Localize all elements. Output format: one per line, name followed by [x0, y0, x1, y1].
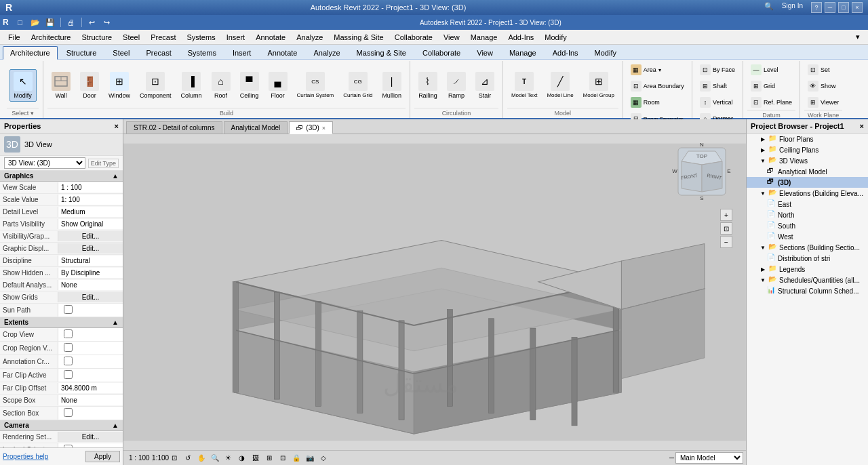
area-boundary-btn[interactable]: ⊡ Area Boundary: [627, 79, 688, 94]
menu-view[interactable]: View: [438, 30, 465, 45]
properties-close-btn[interactable]: ×: [115, 122, 119, 130]
ceiling-btn[interactable]: ▀ Ceiling: [236, 69, 263, 102]
spin-btn[interactable]: ↺: [182, 452, 194, 464]
modify-btn[interactable]: ↖ Modify: [9, 69, 37, 102]
redo-btn[interactable]: ↪: [101, 16, 113, 28]
expand-icon[interactable]: ▶: [759, 135, 767, 143]
component-btn[interactable]: ⊡ Component: [136, 69, 176, 102]
tab-modify[interactable]: Modify: [587, 46, 624, 59]
menu-architecture[interactable]: Architecture: [26, 30, 77, 45]
tree-item-north[interactable]: 📄 North: [747, 209, 868, 220]
menu-precast[interactable]: Precast: [145, 30, 181, 45]
by-face-btn[interactable]: ⊡ By Face: [696, 62, 738, 77]
roof-btn[interactable]: ⌂ Roof: [208, 69, 235, 102]
tab-collaborate[interactable]: Collaborate: [415, 46, 468, 59]
save-btn[interactable]: 💾: [44, 16, 56, 28]
show-hidden-value[interactable]: By Discipline: [58, 268, 123, 278]
shaft-btn[interactable]: ⊞ Shaft: [696, 79, 730, 94]
extents-section-header[interactable]: Extents ▲: [0, 317, 123, 328]
properties-help-link[interactable]: Properties help: [3, 453, 48, 460]
stair-btn[interactable]: ⊿ Stair: [471, 69, 498, 102]
show-btn[interactable]: 👁 Show: [804, 79, 840, 94]
camera-btn[interactable]: 📷: [304, 452, 316, 464]
tab-structure[interactable]: Structure: [59, 46, 104, 59]
parts-visibility-value[interactable]: Show Original: [58, 219, 123, 229]
tab-str02[interactable]: STR.02 - Detail of columns: [126, 121, 222, 134]
expand-icon[interactable]: ▼: [759, 243, 767, 251]
area-btn[interactable]: ▦ Area ▾: [627, 62, 665, 77]
menu-modify[interactable]: Modify: [539, 30, 572, 45]
far-clip-offset-value[interactable]: 304.8000 m: [58, 383, 123, 393]
sign-in-btn[interactable]: Sign In: [782, 2, 803, 13]
undo-btn[interactable]: ↩: [86, 16, 98, 28]
section-box-btn[interactable]: ⊡: [277, 452, 289, 464]
menu-steel[interactable]: Steel: [117, 30, 145, 45]
mullion-btn[interactable]: | Mullion: [378, 69, 406, 102]
apply-btn[interactable]: Apply: [85, 451, 120, 462]
column-btn[interactable]: ▐ Column: [177, 69, 206, 102]
tree-item-elevations[interactable]: ▼ 📂 Elevations (Building Eleva...: [747, 188, 868, 199]
tree-item-3d-active[interactable]: 🗗 (3D): [747, 177, 868, 188]
expand-icon[interactable]: ▼: [759, 157, 767, 165]
floor-btn[interactable]: ▄ Floor: [264, 69, 292, 102]
zoom-in-btn[interactable]: +: [720, 209, 732, 221]
model-text-btn[interactable]: T Model Text: [507, 69, 542, 101]
tab-view[interactable]: View: [469, 46, 500, 59]
graphics-section-header[interactable]: Graphics ▲: [0, 171, 123, 182]
expand-icon[interactable]: ▼: [759, 189, 767, 197]
tab-manage[interactable]: Manage: [502, 46, 544, 59]
menu-collaborate[interactable]: Collaborate: [389, 30, 438, 45]
tab-systems[interactable]: Systems: [180, 46, 224, 59]
expand-icon[interactable]: ▼: [759, 276, 767, 284]
tab-steel[interactable]: Steel: [105, 46, 137, 59]
pan-btn[interactable]: ✋: [195, 452, 208, 464]
print-btn[interactable]: 🖨: [65, 16, 77, 28]
ref-plane-btn[interactable]: ⊡ Ref. Plane: [747, 95, 795, 110]
menu-options[interactable]: ▾: [850, 30, 865, 45]
expand-icon[interactable]: ▶: [759, 265, 767, 273]
open-btn[interactable]: 📂: [29, 16, 41, 28]
grid-btn[interactable]: ⊞ Grid: [747, 79, 778, 94]
view-type-selector[interactable]: 3D View: (3D): [4, 157, 85, 169]
zoom-to-fit-btn[interactable]: ⊡: [168, 452, 180, 464]
tree-item[interactable]: ▶ 📁 Floor Plans: [747, 134, 868, 144]
menu-systems[interactable]: Systems: [181, 30, 220, 45]
expand-icon[interactable]: ▶: [759, 146, 767, 154]
room-btn[interactable]: ▦ Room: [627, 95, 663, 110]
vertical-btn[interactable]: ↕ Vertical: [696, 95, 736, 110]
project-browser-close-btn[interactable]: ×: [860, 122, 864, 130]
tab-insert[interactable]: Insert: [225, 46, 259, 59]
view-scale-value[interactable]: 1 : 100: [58, 182, 123, 193]
tree-item-south[interactable]: 📄 South: [747, 220, 868, 231]
scale-btn[interactable]: 1:100: [155, 452, 167, 464]
canvas-area[interactable]: مستقل TOP FRONT RIGHT: [123, 134, 746, 450]
tab-addins[interactable]: Add-Ins: [545, 46, 586, 59]
tab-3d-close-btn[interactable]: ×: [322, 125, 326, 132]
model-line-btn[interactable]: ╱ Model Line: [542, 69, 577, 101]
scale-value-value[interactable]: 1: 100: [58, 195, 123, 205]
tree-item-west[interactable]: 📄 West: [747, 231, 868, 242]
menu-structure[interactable]: Structure: [76, 30, 117, 45]
graphic-displ-btn[interactable]: Edit...: [58, 243, 123, 254]
default-analys-value[interactable]: None: [58, 280, 123, 290]
window-btn[interactable]: ⊞ Window: [104, 69, 134, 102]
discipline-value[interactable]: Structural: [58, 256, 123, 266]
annotation-cr-checkbox[interactable]: [64, 357, 73, 365]
zoom-region-btn[interactable]: 🔍: [209, 452, 221, 464]
tree-item-east[interactable]: 📄 East: [747, 199, 868, 209]
edit-type-btn[interactable]: Edit Type: [88, 159, 119, 168]
menu-annotate[interactable]: Annotate: [250, 30, 291, 45]
menu-analyze[interactable]: Analyze: [291, 30, 328, 45]
menu-addins[interactable]: Add-Ins: [502, 30, 539, 45]
help-btn[interactable]: ?: [811, 2, 822, 13]
camera-section-header[interactable]: Camera ▲: [0, 420, 123, 431]
sun-path-checkbox[interactable]: [64, 305, 73, 314]
ramp-btn[interactable]: ⟋ Ramp: [443, 69, 470, 102]
tree-item-sections[interactable]: ▼ 📂 Sections (Building Sectio...: [747, 242, 868, 253]
level-btn[interactable]: ― Level: [747, 62, 782, 77]
menu-file[interactable]: File: [3, 30, 26, 45]
shadows-btn[interactable]: ◑: [236, 452, 248, 464]
minimize-btn[interactable]: ─: [825, 2, 835, 13]
tab-analytical[interactable]: Analytical Model: [224, 121, 288, 134]
close-btn[interactable]: ×: [852, 2, 863, 13]
